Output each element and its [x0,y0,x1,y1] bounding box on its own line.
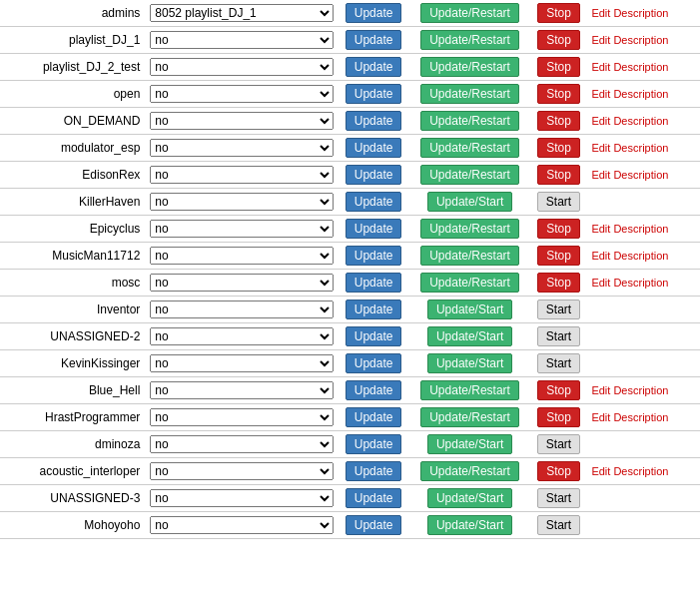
edit-description-link[interactable]: Edit Description [591,88,668,100]
start-button[interactable]: Start [537,192,580,212]
edit-description-link[interactable]: Edit Description [591,169,668,181]
update-start-button[interactable]: Update/Start [427,326,512,346]
edit-description-link[interactable]: Edit Description [591,115,668,127]
station-select[interactable]: no [150,220,333,238]
station-select[interactable]: no [150,381,333,399]
start-button[interactable]: Start [537,488,580,508]
update-button[interactable]: Update [346,353,402,373]
station-name: Epicyclus [0,216,146,243]
update-button[interactable]: Update [346,326,402,346]
update-restart-button[interactable]: Update/Restart [420,219,519,239]
update-restart-button[interactable]: Update/Restart [420,165,519,185]
station-name: mosc [0,270,146,297]
station-select[interactable]: no [150,112,333,130]
update-restart-button[interactable]: Update/Restart [420,138,519,158]
station-select[interactable]: no [150,408,333,426]
update-restart-button[interactable]: Update/Restart [420,246,519,266]
update-restart-button[interactable]: Update/Restart [420,111,519,131]
update-button[interactable]: Update [346,246,402,266]
edit-description-link[interactable]: Edit Description [591,411,668,423]
update-button[interactable]: Update [346,84,402,104]
start-button[interactable]: Start [537,515,580,535]
stop-button[interactable]: Stop [537,30,580,50]
station-select[interactable]: no [150,247,333,265]
edit-description-link[interactable]: Edit Description [591,465,668,477]
update-restart-button[interactable]: Update/Restart [420,30,519,50]
station-select[interactable]: no [150,516,333,534]
station-select[interactable]: no [150,85,333,103]
update-button[interactable]: Update [346,488,402,508]
start-button[interactable]: Start [537,326,580,346]
update-restart-button[interactable]: Update/Restart [420,407,519,427]
station-select[interactable]: no [150,300,333,318]
update-button[interactable]: Update [346,434,402,454]
update-restart-button[interactable]: Update/Restart [420,273,519,293]
update-restart-button[interactable]: Update/Restart [420,380,519,400]
start-button[interactable]: Start [537,300,580,319]
stop-button[interactable]: Stop [537,219,580,239]
table-row: opennoUpdateUpdate/RestartStopEdit Descr… [0,81,700,108]
station-select[interactable]: no [150,193,333,211]
stop-button[interactable]: Stop [537,246,580,266]
start-button[interactable]: Start [537,434,580,454]
update-button[interactable]: Update [346,57,402,77]
station-select[interactable]: no [150,354,333,372]
edit-description-link[interactable]: Edit Description [591,277,668,289]
station-select[interactable]: no [150,327,333,345]
update-button[interactable]: Update [346,3,402,23]
edit-description-link[interactable]: Edit Description [591,61,668,73]
update-start-button[interactable]: Update/Start [427,515,512,535]
station-select[interactable]: no [150,435,333,453]
update-start-button[interactable]: Update/Start [427,353,512,373]
update-restart-button[interactable]: Update/Restart [420,3,519,23]
station-select[interactable]: no [150,274,333,292]
stop-button[interactable]: Stop [537,3,580,23]
update-restart-button[interactable]: Update/Restart [420,461,519,481]
update-button[interactable]: Update [346,30,402,50]
stop-button[interactable]: Stop [537,165,580,185]
update-button[interactable]: Update [346,111,402,131]
update-button[interactable]: Update [346,192,402,212]
station-select[interactable]: no [150,139,333,157]
edit-description-link[interactable]: Edit Description [591,223,668,235]
table-row: InventornoUpdateUpdate/StartStart [0,297,700,323]
update-restart-button[interactable]: Update/Restart [420,57,519,77]
edit-description-link[interactable]: Edit Description [591,250,668,262]
station-select[interactable]: no [150,462,333,480]
edit-description-link[interactable]: Edit Description [591,142,668,154]
edit-description-link[interactable]: Edit Description [591,7,668,19]
update-button[interactable]: Update [346,515,402,535]
station-select[interactable]: no [150,31,333,49]
update-start-button[interactable]: Update/Start [427,434,512,454]
station-select[interactable]: no [150,489,333,507]
update-button[interactable]: Update [346,138,402,158]
update-start-button[interactable]: Update/Start [427,488,512,508]
stop-button[interactable]: Stop [537,273,580,293]
stop-button[interactable]: Stop [537,84,580,104]
update-button[interactable]: Update [346,219,402,239]
station-select[interactable]: no [150,58,333,76]
stop-button[interactable]: Stop [537,461,580,481]
stop-button[interactable]: Stop [537,407,580,427]
stop-button[interactable]: Stop [537,111,580,131]
update-button[interactable]: Update [346,461,402,481]
stop-button[interactable]: Stop [537,380,580,400]
start-button[interactable]: Start [537,353,580,373]
table-row: EdisonRexnoUpdateUpdate/RestartStopEdit … [0,162,700,189]
update-restart-button[interactable]: Update/Restart [420,84,519,104]
update-start-button[interactable]: Update/Start [427,192,512,212]
stations-table: admins8052 playlist_DJ_1UpdateUpdate/Res… [0,0,700,539]
table-row: playlist_DJ_1noUpdateUpdate/RestartStopE… [0,27,700,54]
stop-button[interactable]: Stop [537,57,580,77]
station-select[interactable]: no [150,166,333,184]
edit-description-link[interactable]: Edit Description [591,384,668,396]
station-select[interactable]: 8052 playlist_DJ_1 [150,4,333,22]
update-button[interactable]: Update [346,165,402,185]
update-button[interactable]: Update [346,273,402,293]
update-button[interactable]: Update [346,380,402,400]
update-start-button[interactable]: Update/Start [427,300,512,319]
stop-button[interactable]: Stop [537,138,580,158]
update-button[interactable]: Update [346,407,402,427]
edit-description-link[interactable]: Edit Description [591,34,668,46]
update-button[interactable]: Update [346,300,402,319]
